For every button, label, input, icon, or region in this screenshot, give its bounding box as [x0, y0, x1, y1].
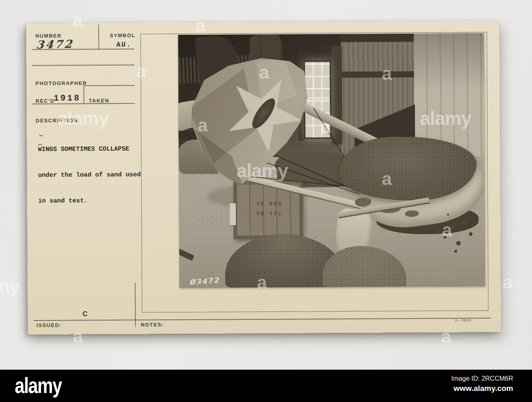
alamy-watermark-letter: a	[136, 62, 146, 80]
alamy-url: www.alamy.com	[451, 384, 513, 393]
alamy-watermark-letter: a	[257, 273, 266, 291]
alamy-watermark-letter: a	[73, 327, 82, 346]
notes-label: NOTES:	[141, 322, 164, 327]
wall-stain-spots	[447, 214, 449, 216]
symbol-label: SYMBOL	[110, 33, 135, 38]
recd-value: 1918	[54, 93, 81, 103]
alamy-watermark-letter: a	[442, 221, 451, 239]
horizontal-beam	[341, 71, 415, 78]
issued-notes-divider	[135, 283, 136, 327]
alamy-watermark-letter: a	[441, 327, 451, 346]
alamy-watermark-letter: a	[382, 170, 391, 188]
recd-underline	[32, 103, 135, 104]
alamy-watermark-letter: a	[73, 11, 82, 29]
window-sash-bar	[305, 97, 330, 99]
historical-photograph: 539 SC 721 BC	[178, 33, 485, 288]
footer-info: Image ID: 2RCCM6R www.alamy.com	[451, 375, 513, 393]
photographer-label: PHOTOGRAPHER	[36, 80, 87, 86]
recd-taken-divider	[83, 85, 84, 103]
issued-notes-line	[34, 318, 491, 321]
alamy-watermark-letter: a	[382, 65, 391, 83]
alamy-watermark-letter: a	[503, 273, 512, 291]
typewriter-red-mark	[38, 144, 42, 145]
description-line: WINGS SOMETIMES COLLAPSE	[38, 145, 141, 154]
crate-label-tag	[230, 203, 236, 225]
typewriter-red-mark	[39, 135, 43, 136]
number-underline	[32, 49, 134, 50]
crate-stencil-text: 721 BC	[239, 210, 297, 217]
issued-label: ISSUED:	[36, 323, 62, 328]
alamy-logo: alamy	[15, 373, 62, 398]
alamy-stock-photo-page: NUMBER 3472 SYMBOL AU. PHOTOGRAPHER REC'…	[0, 0, 532, 402]
alamy-watermark-letter: a	[198, 116, 207, 134]
print-code: 3—5605	[455, 318, 471, 322]
crate-stencil-text: 539 SC	[239, 200, 297, 207]
symbol-value: AU.	[116, 41, 131, 49]
alamy-watermark-text: alamy	[57, 109, 108, 128]
alamy-footer-bar: alamy Image ID: 2RCCM6R www.alamy.com	[0, 370, 532, 402]
alamy-watermark-letter: a	[320, 118, 330, 136]
image-id-text: Image ID: 2RCCM6R	[451, 375, 513, 382]
description-line: in sand test.	[38, 196, 141, 206]
number-symbol-divider	[98, 25, 99, 50]
description-text: WINGS SOMETIMES COLLAPSE under the load …	[38, 128, 141, 223]
description-line: under the load of sand used	[38, 171, 141, 180]
row-divider-line	[32, 65, 135, 66]
alamy-watermark-letter: a	[196, 16, 205, 34]
alamy-watermark-text: alamy	[0, 277, 19, 296]
alamy-watermark-text: alamy	[237, 161, 288, 180]
taken-top-line	[83, 85, 135, 86]
alamy-watermark-letter: a	[259, 63, 268, 81]
alamy-watermark-text: alamy	[420, 109, 471, 128]
class-mark: C	[83, 310, 88, 318]
